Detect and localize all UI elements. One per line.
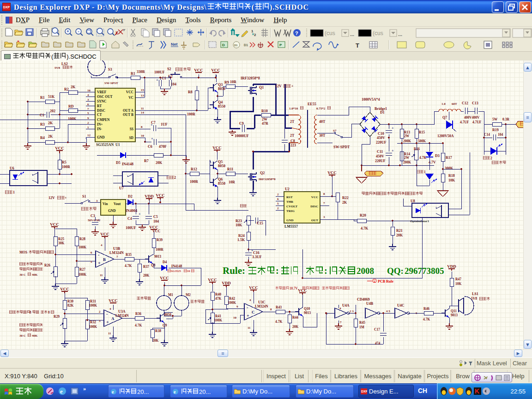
svg-text:QQ:: QQ: (387, 266, 404, 276)
svg-text:R3: R3 (40, 122, 45, 127)
svg-text:100R: 100R (156, 248, 163, 252)
svg-text:8550: 8550 (218, 181, 225, 186)
svg-text:CT: CT (97, 113, 102, 117)
svg-text:202: 202 (50, 109, 55, 113)
svg-text:IRF32058*8: IRF32058*8 (241, 76, 260, 80)
svg-text:11: 11 (248, 326, 251, 330)
svg-text:R44: R44 (292, 315, 298, 320)
svg-text:Net: Net (171, 42, 178, 47)
svg-text:C9: C9 (239, 121, 244, 126)
svg-text:C11: C11 (377, 150, 383, 154)
svg-text:K: K (475, 387, 479, 395)
svg-text:104: 104 (171, 82, 176, 86)
svg-text:30K: 30K (58, 241, 65, 245)
svg-text:U3C: U3C (258, 300, 266, 304)
svg-text:...: ... (350, 31, 354, 37)
svg-text:U4C: U4C (397, 303, 405, 308)
svg-text:R11: R11 (227, 167, 233, 171)
svg-text:12V: 12V (275, 84, 282, 88)
svg-text:4.7K: 4.7K (125, 264, 132, 268)
svg-text:8050: 8050 (164, 313, 171, 317)
svg-text:SS: SS (130, 127, 133, 131)
svg-text:R35: R35 (126, 253, 132, 257)
svg-text:8550: 8550 (218, 104, 225, 109)
svg-text:2K: 2K (71, 85, 76, 89)
svg-text:LM5557: LM5557 (284, 224, 298, 229)
svg-text:U4B: U4B (366, 302, 374, 306)
svg-text:C16: C16 (253, 251, 260, 255)
svg-text:1: 1 (251, 29, 254, 33)
svg-text:51K: 51K (48, 95, 55, 99)
svg-text:GND: GND (108, 209, 116, 213)
svg-text:R20: R20 (360, 213, 366, 218)
svg-text:296773805: 296773805 (405, 266, 444, 276)
svg-text:U1: U1 (115, 143, 120, 147)
svg-text:100K: 100K (79, 272, 86, 277)
svg-text:100UF: 100UF (154, 70, 165, 74)
svg-text:40K: 40K (32, 334, 38, 338)
svg-text:2: 2 (277, 206, 279, 210)
svg-text:4: 4 (101, 243, 103, 247)
svg-text:LS1: LS1 (472, 292, 478, 296)
svg-text:VCC: VCC (109, 298, 118, 303)
svg-text:2K: 2K (48, 134, 53, 139)
svg-text:VCC: VCC (211, 68, 220, 73)
svg-text:11: 11 (100, 273, 103, 277)
svg-text:VCC: VCC (156, 193, 165, 198)
svg-text:30 C: 30 C (19, 334, 26, 338)
svg-text:2T: 2T (290, 133, 295, 138)
svg-text:3: 3 (99, 319, 101, 323)
svg-text:10K: 10K (455, 282, 462, 286)
svg-text:220UF: 220UF (376, 140, 387, 145)
svg-text:VDD: VDD (447, 264, 456, 269)
svg-text:2W: 2W (262, 117, 267, 121)
svg-text:U4A: U4A (342, 303, 350, 308)
svg-text:(cus: (cus (373, 30, 383, 36)
svg-text:D1: D1 (380, 110, 385, 115)
svg-text:10R: 10R (230, 80, 236, 84)
svg-text:R23: R23 (236, 219, 242, 223)
svg-text:20K: 20K (292, 325, 299, 329)
svg-text:Q7: Q7 (442, 115, 447, 120)
svg-text:R36: R36 (135, 312, 141, 316)
svg-text:-: - (247, 305, 248, 310)
svg-text:R2: R2 (64, 87, 69, 91)
svg-text:CD4069: CD4069 (357, 297, 370, 302)
svg-text:C: C (252, 310, 255, 314)
svg-text:16: 16 (87, 89, 91, 92)
svg-text:+: + (98, 218, 100, 222)
svg-text:IN4148: IN4148 (122, 162, 133, 166)
svg-text:-: - (98, 252, 99, 257)
svg-text:VC: VC (128, 96, 133, 100)
svg-text:1.0: 1.0 (441, 102, 446, 106)
svg-text:13: 13 (141, 94, 145, 97)
svg-text:100K: 100K (79, 245, 86, 249)
svg-text:Q6: Q6 (218, 177, 223, 181)
svg-text:14: 14 (141, 111, 145, 115)
svg-text:U8: U8 (411, 199, 415, 203)
svg-text:+: + (291, 84, 294, 88)
svg-text:R12: R12 (191, 167, 197, 171)
svg-text:100K: 100K (214, 318, 222, 322)
svg-text:R25: R25 (58, 237, 64, 241)
svg-text:PCB Rule: PCB Rule (378, 279, 393, 284)
svg-text:D5: D5 (116, 161, 121, 165)
svg-text:47K: 47K (215, 296, 222, 301)
svg-text:450V: 450V (376, 154, 384, 158)
svg-text:4 5: 4 5 (386, 309, 390, 313)
svg-text:47R: 47R (262, 121, 268, 126)
svg-text:R43: R43 (276, 305, 282, 309)
svg-text:12V: 12V (48, 196, 55, 200)
svg-text:Q4: Q4 (218, 100, 223, 104)
svg-text:VCC: VCC (160, 276, 169, 280)
svg-text:RT: RT (97, 104, 102, 108)
svg-text:+: + (66, 29, 69, 34)
svg-text:C3: C3 (91, 214, 95, 218)
svg-text:3: 3 (323, 215, 325, 219)
svg-text:R41: R41 (215, 314, 221, 318)
svg-text:C12: C12 (462, 101, 468, 105)
svg-text:1: 1 (13, 190, 15, 194)
svg-text:R26: R26 (44, 263, 50, 267)
svg-text:1: 1 (424, 170, 426, 174)
svg-text:8: 8 (323, 192, 325, 196)
